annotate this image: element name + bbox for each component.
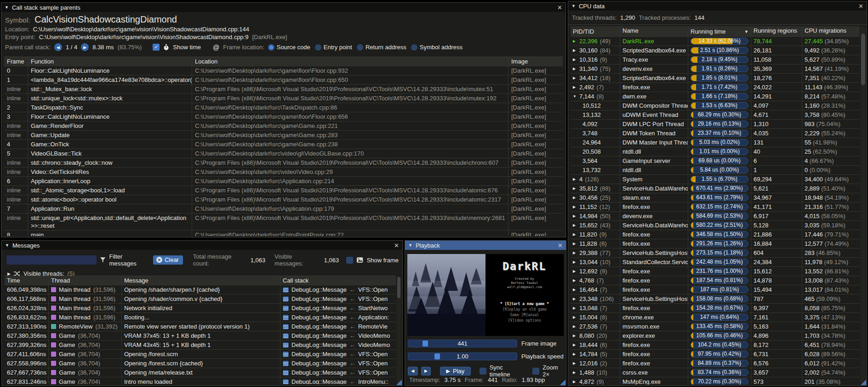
expand-icon[interactable]: ▶	[573, 37, 577, 45]
table-row[interactable]: 10,512DWM Compositor Thread1.53 s (6.63%…	[571, 101, 860, 110]
table-row[interactable]: ▶8,080(20)explorer.exe105.66 ms (0.46%)4…	[571, 331, 860, 341]
table-row[interactable]: ▶31,340(75)devenv.exe1.91 s (8.26%)35,36…	[571, 64, 860, 74]
resize-grip[interactable]	[560, 380, 565, 385]
col-pid-tid[interactable]: PID/TID	[571, 26, 620, 36]
list-item[interactable]: 627,380,356nsGame(36,704)VRAM 37x45: 13 …	[5, 331, 396, 341]
table-row[interactable]: 13,132uDWM Event Thread68.29 ms (0.30%)4…	[571, 110, 860, 120]
table-row[interactable]: 3,748DWM Token Thread23.37 ms (0.10%)4,0…	[571, 129, 860, 138]
close-icon[interactable]: ✕	[558, 242, 563, 249]
messages-titlebar[interactable]: ▼ Messages ✕	[2, 241, 402, 250]
step-back-button[interactable]: ◀	[408, 367, 418, 375]
message-callstack[interactable]: DebugLog::Message←VideoMemo	[280, 341, 396, 349]
table-row[interactable]: ▶13,048(7)firefox.exe154.28 ms (0.67%)9,…	[571, 304, 860, 313]
message-callstack[interactable]: DebugLog::Message←VFS::Open	[280, 359, 396, 368]
expand-icon[interactable]: ▶	[573, 295, 577, 303]
table-row[interactable]: ▶12,692(9)firefox.exe231.76 ms (1.00%)15…	[571, 267, 860, 276]
table-row[interactable]: ▶12,016(2)firefox.exe84.89 ms (0.37%)6,5…	[571, 359, 860, 368]
expand-icon[interactable]: ▶	[573, 323, 577, 330]
table-row[interactable]: inlineGame::UpdateC:\Users\wolf\Desktop\…	[4, 131, 563, 140]
expand-icon[interactable]: ▶	[573, 277, 577, 284]
table-row[interactable]: ▼7,144(8)dwm.exe1.66 s (7.18%)14,2918,21…	[571, 92, 860, 101]
resize-grip[interactable]	[861, 380, 866, 385]
table-row[interactable]: 13,732ntdll.dll5.84 us (0.00%)10 (0.00%)	[571, 166, 860, 175]
expand-icon[interactable]: ▶	[573, 267, 577, 275]
cpu-titlebar[interactable]: ▼ CPU data ✕	[568, 1, 867, 11]
prev-callstack-button[interactable]: ◀	[54, 43, 62, 51]
table-row[interactable]: ▶11,828(6)firefox.exe291.26 ms (1.26%)16…	[571, 239, 860, 248]
table-row[interactable]: 3Floor::CalcLightNoLuminanceC:\Users\wol…	[4, 112, 563, 121]
table-row[interactable]: 24,964DWM Master Input Thread5.03 ms (0.…	[571, 138, 860, 147]
close-icon[interactable]: ✕	[394, 242, 399, 249]
expand-icon[interactable]: ▶	[573, 65, 577, 73]
table-row[interactable]: ▶30,456(25)steam.exe643.61 ms (2.79%)34,…	[571, 193, 860, 202]
messages-scrollbar[interactable]	[397, 277, 401, 384]
message-callstack[interactable]: DebugLog::Message←VFS::Open	[280, 285, 396, 294]
callstack-titlebar[interactable]: ▼ Call stack sample parents ✕	[1, 3, 565, 12]
table-row[interactable]: ▶35,812(88)ServiceHub.DataWarehouseHost.…	[571, 184, 860, 193]
table-row[interactable]: ▶4,872(9)MsMpEng.exe70.22 ms (0.30%)5732…	[571, 377, 860, 385]
col-running-regions[interactable]: Running regions	[751, 26, 802, 36]
expand-icon[interactable]: ▶	[573, 231, 577, 238]
frame-location-option-entry-point[interactable]: Entry point	[315, 44, 352, 51]
list-item[interactable]: 606,117,568nsMain thread(31,596)Opening …	[5, 295, 396, 304]
table-row[interactable]: ▶14,784(5)firefox.exe97.95 ms (0.42%)6,7…	[571, 350, 860, 359]
table-row[interactable]: ▶4(126)System1.55 s (6.70%)69,29434,400 …	[571, 175, 860, 184]
expand-icon[interactable]: ▶	[573, 83, 577, 91]
table-row[interactable]: ▶2,492(7)firefox.exe1.71 s (7.42%)24,022…	[571, 83, 860, 92]
playback-speed-slider[interactable]: 1.00	[408, 352, 517, 360]
frame-image-slider[interactable]: 441	[408, 340, 517, 347]
list-item[interactable]: 627,831,246nsGame(36,704)Intro menu load…	[5, 377, 396, 384]
expand-icon[interactable]: ▶	[573, 212, 577, 220]
table-row[interactable]: inlineVideo::GetTicksHiResC:\Users\wolf\…	[4, 168, 563, 177]
table-row[interactable]: ▶4,768(7)firefox.exe187.54 ms (0.81%)14,…	[571, 276, 860, 285]
step-forward-button[interactable]: ▶	[421, 367, 431, 375]
table-row[interactable]: ▶30,160(84)ScriptedSandbox64.exe2.51 s (…	[571, 46, 860, 55]
col-name[interactable]: Name	[620, 26, 688, 36]
table-row[interactable]: ▶15,004(8)chrome.exe147 ms (0.64%)7,1613…	[571, 313, 860, 322]
collapse-icon[interactable]: ▼	[571, 4, 576, 8]
resize-grip[interactable]	[396, 380, 402, 385]
playback-titlebar[interactable]: ▼ Playback ✕	[405, 241, 566, 250]
list-item[interactable]: 627,411,606nsGame(36,704)Opening /forest…	[5, 350, 396, 359]
message-callstack[interactable]: DebugLog::Message←VFS::Open	[280, 368, 396, 377]
expand-icon[interactable]: ▶	[7, 271, 11, 276]
message-callstack[interactable]: DebugLog::Message←VFS::Open	[280, 350, 396, 358]
expand-icon[interactable]: ▶	[573, 341, 577, 349]
table-row[interactable]: inlinestd::atomic<bool>::operator boolC:…	[4, 195, 563, 204]
table-row[interactable]: 0Floor::CalcLightNoLuminanceC:\Users\wol…	[4, 66, 563, 75]
table-row[interactable]: 2TaskDispatch::SyncC:\Users\wolf\Desktop…	[4, 103, 563, 112]
collapse-icon[interactable]: ▼	[408, 243, 412, 248]
expand-icon[interactable]: ▶	[573, 304, 577, 312]
collapse-icon[interactable]: ▼	[5, 5, 9, 10]
list-item[interactable]: 627,667,736nsGame(36,704)Opening /meta/r…	[5, 368, 396, 377]
list-item[interactable]: 627,313,190nsRemoteView(31,392)Remote vi…	[5, 322, 396, 331]
expand-icon[interactable]: ▶	[573, 286, 577, 294]
show-time-checkbox[interactable]: ✓	[153, 44, 160, 51]
table-row[interactable]: 7Application::RunC:\Users\wolf\Desktop\d…	[4, 204, 563, 214]
frame-location-option-return-address[interactable]: Return address	[357, 44, 406, 51]
expand-icon[interactable]: ▶	[573, 74, 577, 82]
table-row[interactable]: ▶15,652(43)ServiceHub.DataWarehouseHost.…	[571, 221, 860, 230]
table-row[interactable]: ▶27,536(7)msvsmon.exe133.45 ms (0.58%)5,…	[571, 322, 860, 331]
table-row[interactable]: inlinestd::unique_ptr<Application,std::d…	[4, 214, 563, 231]
message-filter-input[interactable]	[6, 255, 97, 265]
expand-icon[interactable]: ▶	[573, 194, 577, 202]
expand-icon[interactable]: ▶	[573, 332, 577, 340]
clear-button[interactable]: ✕ Clear	[153, 255, 183, 265]
expand-icon[interactable]: ▼	[573, 92, 577, 100]
table-row[interactable]: ▶16,464(7)firefox.exe187 ms (0.81%)15,49…	[571, 285, 860, 295]
table-row[interactable]: 6Application::InnerLoopC:\Users\wolf\Des…	[4, 177, 563, 186]
expand-icon[interactable]: ▶	[573, 185, 577, 192]
expand-icon[interactable]: ▶	[573, 46, 577, 54]
expand-icon[interactable]: ▶	[573, 378, 577, 385]
table-row[interactable]: ▶29,388(77)ServiceHub.SettingsHost.exe27…	[571, 248, 860, 258]
message-callstack[interactable]: DebugLog::Message←IntroMenu::	[280, 377, 396, 384]
table-row[interactable]: inlinestd::_Mutex_base::lockC:\Program F…	[4, 85, 563, 94]
table-row[interactable]: 4,092DWM LPC Port Thread29.16 ms (0.13%)…	[571, 120, 860, 129]
expand-icon[interactable]: ▶	[573, 313, 577, 321]
expand-icon[interactable]: ▶	[573, 240, 577, 248]
frame-location-option-source-code[interactable]: Source code	[268, 44, 310, 51]
list-item[interactable]: 626,833,622nsMain thread(31,596)Booting.…	[5, 313, 396, 322]
show-frame-checkbox[interactable]	[346, 257, 353, 264]
table-row[interactable]: ▶1,488(10)csrss.exe83.74 ms (0.36%)3,657…	[571, 368, 860, 377]
